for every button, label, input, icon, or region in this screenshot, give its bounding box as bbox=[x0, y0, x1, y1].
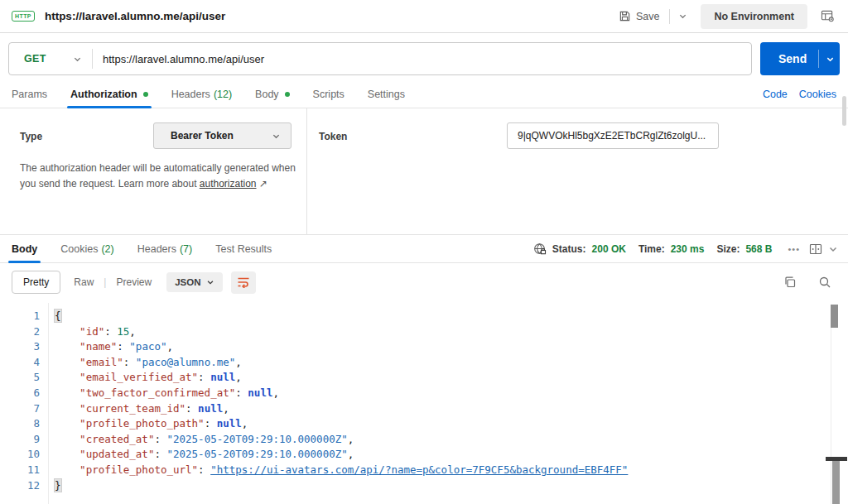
send-button[interactable]: Send bbox=[760, 42, 840, 75]
response-meta: Status: 200 OK Time: 230 ms Size: 568 B … bbox=[533, 235, 848, 262]
tab-body[interactable]: Body bbox=[252, 81, 293, 108]
tab-label: Body bbox=[255, 89, 279, 100]
tab-settings[interactable]: Settings bbox=[364, 81, 408, 108]
response-body-json[interactable]: 1{2 "id": 15,3 "name": "paco",4 "email":… bbox=[0, 303, 848, 504]
code-line: 11 "profile_photo_url": "https://ui-avat… bbox=[0, 463, 848, 478]
code-text: { bbox=[40, 309, 61, 324]
code-line: 3 "name": "paco", bbox=[0, 339, 848, 355]
auth-type-value: Bearer Token bbox=[171, 130, 234, 142]
globe-lock-icon bbox=[533, 242, 547, 256]
save-button[interactable]: Save bbox=[612, 7, 667, 26]
url-input[interactable] bbox=[93, 53, 751, 65]
line-number: 12 bbox=[0, 478, 40, 494]
panel-scrollbar-thumb[interactable] bbox=[842, 96, 846, 126]
tab-authorization[interactable]: Authorization bbox=[67, 81, 152, 108]
tab-label: Test Results bbox=[215, 243, 272, 255]
authorization-doc-link[interactable]: authorization bbox=[200, 178, 257, 190]
tab-response-body[interactable]: Body bbox=[8, 235, 41, 262]
line-number: 1 bbox=[0, 309, 40, 324]
tab-response-cookies[interactable]: Cookies(2) bbox=[57, 235, 117, 262]
time-value: 230 ms bbox=[671, 243, 705, 255]
request-header-bar: HTTP https://laravel.alumno.me/api/user … bbox=[0, 0, 848, 33]
url-link[interactable]: "https://ui-avatars.com/api/?name=p&colo… bbox=[210, 463, 628, 476]
method-selector[interactable]: GET bbox=[9, 53, 92, 65]
copy-icon[interactable] bbox=[783, 276, 797, 289]
code-text: "created_at": "2025-05-20T09:29:10.00000… bbox=[40, 432, 354, 448]
method-label: GET bbox=[24, 53, 46, 65]
divider bbox=[669, 9, 670, 24]
token-input[interactable] bbox=[507, 122, 719, 149]
code-link[interactable]: Code bbox=[763, 89, 788, 100]
format-value: JSON bbox=[175, 277, 200, 287]
cookies-link[interactable]: Cookies bbox=[799, 89, 836, 100]
request-title: https://laravel.alumno.me/api/user bbox=[45, 10, 225, 22]
tab-label: Body bbox=[12, 243, 37, 255]
tab-label: Cookies bbox=[60, 243, 98, 255]
text-cursor-pointer bbox=[826, 457, 847, 504]
tab-label: Settings bbox=[368, 89, 405, 100]
view-raw-button[interactable]: Raw bbox=[74, 276, 94, 288]
response-toolbar: Pretty Raw | Preview JSON bbox=[0, 266, 848, 298]
code-text: "updated_at": "2025-05-20T09:29:10.00000… bbox=[40, 447, 354, 463]
size-value: 568 B bbox=[745, 243, 772, 255]
line-number: 3 bbox=[0, 339, 40, 355]
wrap-text-icon[interactable] bbox=[231, 271, 256, 294]
send-options-chevron-icon[interactable] bbox=[826, 55, 835, 64]
auth-type-dropdown[interactable]: Bearer Token bbox=[153, 122, 292, 149]
more-options-icon[interactable]: ••• bbox=[788, 244, 800, 254]
save-label: Save bbox=[636, 11, 660, 22]
code-text: "id": 15, bbox=[40, 324, 136, 340]
search-icon[interactable] bbox=[818, 276, 831, 289]
chevron-down-icon bbox=[206, 278, 214, 286]
code-text: "current_team_id": null, bbox=[40, 401, 229, 417]
line-number: 8 bbox=[0, 416, 40, 432]
tab-params[interactable]: Params bbox=[8, 81, 51, 108]
view-pretty-button[interactable]: Pretty bbox=[12, 271, 60, 294]
method-chevron-icon bbox=[73, 55, 82, 64]
http-request-icon: HTTP bbox=[12, 11, 35, 22]
view-preview-button[interactable]: Preview bbox=[116, 276, 152, 288]
format-dropdown[interactable]: JSON bbox=[166, 272, 222, 292]
code-line: 8 "profile_photo_path": null, bbox=[0, 416, 848, 432]
code-line: 12} bbox=[0, 478, 848, 494]
green-dot-indicator bbox=[143, 92, 148, 97]
tab-label: Authorization bbox=[70, 89, 137, 100]
environment-selector[interactable]: No Environment bbox=[701, 4, 807, 29]
line-number: 9 bbox=[0, 432, 40, 448]
split-pane-icon[interactable] bbox=[809, 242, 822, 256]
line-number: 11 bbox=[0, 463, 40, 478]
tab-response-headers[interactable]: Headers(7) bbox=[134, 235, 196, 262]
collapse-response-chevron-icon[interactable] bbox=[828, 244, 838, 254]
postman-app: HTTP https://laravel.alumno.me/api/user … bbox=[0, 0, 848, 504]
divider: | bbox=[104, 276, 106, 288]
status-label: Status: bbox=[552, 243, 586, 255]
divider bbox=[818, 50, 819, 68]
toolbar-right-icons bbox=[783, 276, 848, 289]
tab-label: Params bbox=[12, 89, 47, 100]
chevron-down-icon bbox=[272, 132, 281, 141]
tab-test-results[interactable]: Test Results bbox=[212, 235, 275, 262]
code-line: 6 "two_factor_confirmed_at": null, bbox=[0, 386, 848, 401]
authorization-panel: Type Bearer Token The authorization head… bbox=[0, 108, 848, 234]
code-text: "name": "paco", bbox=[40, 339, 173, 355]
body-scrollbar-thumb[interactable] bbox=[831, 305, 838, 328]
divider bbox=[306, 108, 307, 234]
request-url-bar: GET bbox=[8, 42, 752, 75]
code-line: 10 "updated_at": "2025-05-20T09:29:10.00… bbox=[0, 447, 848, 463]
tab-headers[interactable]: Headers(12) bbox=[168, 81, 235, 108]
tab-scripts[interactable]: Scripts bbox=[310, 81, 348, 108]
code-lines: 1{2 "id": 15,3 "name": "paco",4 "email":… bbox=[0, 309, 848, 493]
request-tab-links: Code Cookies bbox=[763, 81, 848, 108]
header-actions: Save No Environment bbox=[612, 4, 840, 29]
size-label: Size: bbox=[716, 243, 740, 255]
code-line: 2 "id": 15, bbox=[0, 324, 848, 340]
token-label: Token bbox=[319, 131, 347, 142]
line-number: 5 bbox=[0, 370, 40, 386]
environment-quick-look-icon[interactable] bbox=[816, 7, 840, 26]
time-label: Time: bbox=[638, 243, 665, 255]
external-link-icon: ↗ bbox=[259, 178, 267, 190]
save-icon bbox=[619, 10, 631, 22]
tab-label: Headers bbox=[171, 89, 210, 100]
save-options-chevron-icon[interactable] bbox=[673, 8, 692, 24]
line-number: 7 bbox=[0, 401, 40, 417]
